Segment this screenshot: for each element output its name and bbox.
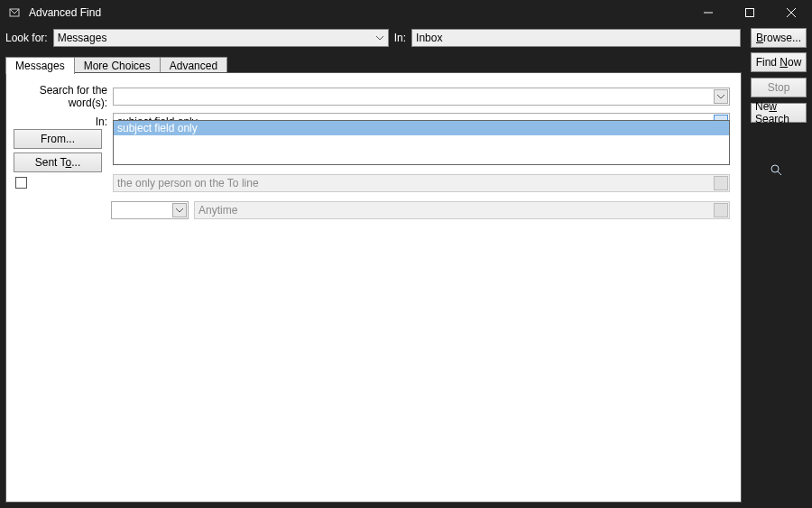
search-label: Search for the word(s):	[17, 84, 113, 109]
where-checkbox[interactable]	[15, 177, 27, 189]
in-field-label: In:	[17, 115, 113, 128]
browse-button[interactable]: Browse...	[751, 28, 807, 48]
left-buttons: From... Sent To...	[14, 129, 102, 176]
form-area: Search for the word(s): In: subject fiel…	[5, 72, 742, 503]
time-select[interactable]: none	[111, 201, 189, 219]
minimize-button[interactable]	[687, 0, 729, 25]
svg-rect-2	[746, 9, 754, 17]
magnifier-icon	[770, 164, 783, 177]
time-row: Time: none Anytime	[15, 201, 730, 219]
window-title: Advanced Find	[29, 6, 101, 19]
in-option[interactable]: subject field only	[114, 121, 729, 135]
chevron-down-icon[interactable]	[172, 203, 187, 217]
maximize-button[interactable]	[729, 0, 770, 25]
lookfor-value: Messages	[58, 32, 107, 44]
search-row: Search for the word(s):	[17, 84, 730, 109]
search-input[interactable]	[113, 88, 730, 106]
lookfor-select[interactable]: Messages	[53, 29, 389, 47]
close-button[interactable]	[770, 0, 812, 25]
find-now-button[interactable]: Find Now	[751, 52, 807, 72]
titlebar: Advanced Find	[0, 0, 812, 25]
in-folder-value: Inbox	[416, 32, 442, 44]
in-folder-field[interactable]: Inbox	[411, 29, 741, 47]
in-label: In:	[394, 32, 406, 44]
window-controls	[687, 0, 812, 25]
browse-label: Browse...	[756, 32, 801, 44]
in-dropdown-list: subject field only subject field and mes…	[113, 120, 730, 165]
time-label: Time:	[15, 204, 111, 217]
in-option[interactable]: subject field and message body	[114, 135, 729, 150]
app-icon	[5, 4, 23, 22]
tab-messages[interactable]: Messages	[5, 57, 75, 74]
right-panel: Find Now Stop New Search	[751, 52, 807, 123]
where-row: Where I am:	[15, 176, 89, 189]
tabs: Messages More Choices Advanced	[5, 54, 226, 74]
svg-line-6	[778, 171, 781, 175]
stop-button: Stop	[751, 78, 807, 97]
in-option[interactable]: frequently-used text fields	[114, 150, 729, 164]
where-label: Where I am:	[31, 176, 89, 189]
chevron-down-icon	[714, 176, 728, 190]
time-anytime-select: Anytime	[194, 201, 730, 219]
sent-to-button[interactable]: Sent To...	[14, 152, 102, 172]
where-select: the only person on the To line	[113, 174, 730, 192]
lookfor-label: Look for:	[5, 32, 48, 44]
chevron-down-icon	[714, 203, 728, 217]
svg-point-5	[771, 165, 779, 172]
chevron-down-icon	[374, 32, 386, 44]
new-search-button[interactable]: New Search	[751, 103, 807, 123]
chevron-down-icon[interactable]	[714, 89, 728, 104]
top-row: Look for: Messages In: Inbox Browse...	[0, 25, 812, 51]
from-button[interactable]: From...	[14, 129, 102, 149]
